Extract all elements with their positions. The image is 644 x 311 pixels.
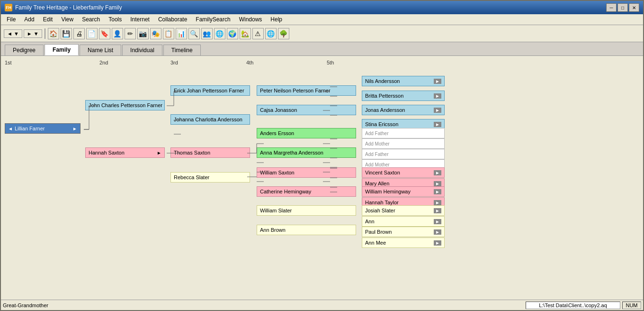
person-thomas-saxton[interactable]: Thomas Saxton [170,147,250,158]
person-johanna-andersson[interactable]: Johanna Charlotta Andersson [170,114,250,125]
person-ann-brown[interactable]: Ann Brown [257,225,356,235]
gen-label-3rd: 3rd [170,60,246,65]
chart-area: 1st 2nd 3rd 4th 5th [1,56,643,300]
app-icon: FH [5,4,12,11]
title-bar: FH Family Tree Heritage - Lieberfamily F… [1,1,643,14]
globe-icon[interactable]: 🌐 [265,28,277,39]
gen-label-1st: 1st [5,60,99,65]
back-button[interactable]: ◄ ▼ [4,29,22,38]
status-path: L:\Test Data\Client..\copy2.aq [526,302,620,309]
status-text: Great-Grandmother [3,302,526,308]
status-mode: NUM [622,302,641,309]
person-paul-brown[interactable]: Paul Brown ► [362,227,445,237]
clipboard-icon[interactable]: 📋 [163,28,174,39]
main-window: FH Family Tree Heritage - Lieberfamily F… [0,0,644,311]
web-icon[interactable]: 🌐 [214,28,225,39]
status-bar: Great-Grandmother L:\Test Data\Client..\… [1,300,643,310]
tab-namelist[interactable]: Name List [80,45,121,55]
tree-icon[interactable]: 🌳 [278,28,289,39]
group-icon[interactable]: 👥 [201,28,213,39]
forward-button[interactable]: ► ▼ [24,29,42,38]
bookmark-icon[interactable]: 🔖 [99,28,110,39]
menu-help[interactable]: Help [267,15,286,24]
minimize-button[interactable]: ─ [606,3,617,12]
window-title: Family Tree Heritage - Lieberfamily Fami… [15,4,122,11]
person-jonas-andersson[interactable]: Jonas Andersson ► [362,105,445,115]
tab-bar: Pedigree Family Name List Individual Tim… [1,42,643,56]
person-anna-andersson[interactable]: Anna Margretha Andersson [257,147,356,158]
menu-tools[interactable]: Tools [105,15,125,24]
person-ann[interactable]: Ann ► [362,216,445,227]
home-icon[interactable]: 🏠 [48,28,59,39]
maximize-button[interactable]: □ [617,3,628,12]
person-icon[interactable]: 👤 [112,28,123,39]
tab-family[interactable]: Family [45,44,79,55]
person-ann-mee[interactable]: Ann Mee ► [362,238,445,248]
toolbar: ◄ ▼ ► ▼ 🏠 💾 🖨 📄 🔖 👤 ✏ 📷 🎭 📋 📊 🔍 👥 🌐 🌍 🏡 … [1,25,643,42]
print-icon[interactable]: 🖨 [73,28,85,39]
person-hannah-saxton[interactable]: Hannah Saxton ► [85,147,165,158]
edit-icon[interactable]: ✏ [125,28,136,39]
person-vincent-saxton[interactable]: Vincent Saxton ► [362,167,445,178]
person-josiah-slater[interactable]: Josiah Slater ► [362,205,445,216]
person-william-hemingway[interactable]: William Hemingway ► [362,186,445,197]
menu-edit[interactable]: Edit [39,15,57,24]
tab-pedigree[interactable]: Pedigree [5,45,44,55]
printer-icon[interactable]: 📄 [86,28,98,39]
gen-label-2nd: 2nd [99,60,170,65]
tab-individual[interactable]: Individual [122,45,162,55]
menu-file[interactable]: File [3,15,19,24]
separator-1 [45,28,45,39]
person-john-farner[interactable]: John Charles Pettersson Farner [85,100,165,110]
internet-icon[interactable]: 🌍 [227,28,238,39]
warning-icon[interactable]: ⚠ [252,28,264,39]
close-button[interactable]: ✕ [629,3,639,12]
person-catherine-hemingway[interactable]: Catherine Hemingway [257,186,356,197]
gen-label-5th: 5th [327,60,398,65]
menu-collaborate[interactable]: Collaborate [154,15,191,24]
camera-icon[interactable]: 📷 [137,28,149,39]
content-wrapper: Pedigree Family Name List Individual Tim… [1,42,643,300]
person-erick-farner[interactable]: Erick Johan Pettersson Farner [170,85,250,96]
person-william-saxton[interactable]: William Saxton [257,167,356,178]
menu-internet[interactable]: Internet [126,15,153,24]
person-rebecca-slater[interactable]: Rebecca Slater [170,172,250,183]
chart-icon[interactable]: 📊 [176,28,187,39]
person-britta-pettersson[interactable]: Britta Pettersson ► [362,91,445,101]
person-cajsa-jonasson[interactable]: Cajsa Jonasson [257,105,356,115]
add-mother-anders[interactable]: Add Mother [362,138,445,149]
person-peter-farner[interactable]: Peter Neilson Peterson Farner [257,85,356,96]
house-icon[interactable]: 🏡 [240,28,251,39]
search-icon[interactable]: 🔍 [188,28,200,39]
save-icon[interactable]: 💾 [61,28,72,39]
title-buttons: ─ □ ✕ [606,3,639,12]
add-father-anna[interactable]: Add Father [362,149,445,159]
add-father-anders[interactable]: Add Father [362,128,445,138]
menu-view[interactable]: View [57,15,77,24]
menu-add[interactable]: Add [20,15,38,24]
person-anders-ersson[interactable]: Anders Ersson [257,128,356,138]
tab-timeline[interactable]: Timeline [163,45,201,55]
media-icon[interactable]: 🎭 [150,28,161,39]
gen-label-4th: 4th [246,60,327,65]
menu-familysearch[interactable]: FamilySearch [192,15,234,24]
person-lillian-farner[interactable]: ◄ Lillian Farner ► [5,123,80,134]
menu-windows[interactable]: Windows [235,15,266,24]
menu-search[interactable]: Search [78,15,104,24]
person-nils-andersson[interactable]: Nils Andersson ► [362,76,445,86]
menu-bar: File Add Edit View Search Tools Internet… [1,14,643,25]
person-william-slater[interactable]: William Slater [257,205,356,216]
title-bar-left: FH Family Tree Heritage - Lieberfamily F… [5,4,122,11]
